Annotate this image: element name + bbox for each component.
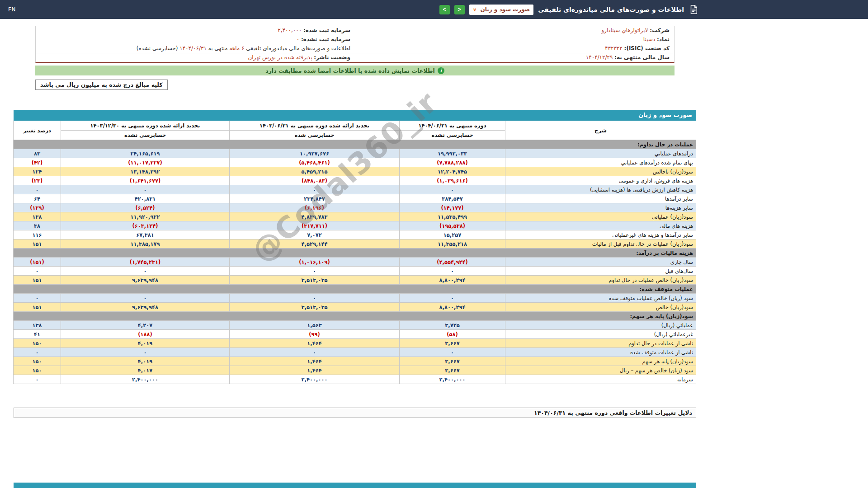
row-value: ۰ — [230, 348, 400, 357]
language-toggle[interactable]: EN — [8, 6, 16, 13]
row-value: ۸,۸۰۰,۲۹۴ — [400, 276, 505, 285]
signature-match-text: اطلاعات نمایش داده شده با اطلاعات امضا ش… — [265, 67, 435, 74]
change-reasons-bar: دلایل تغییرات اطلاعات واقعی دوره منتهی ب… — [14, 408, 696, 418]
row-value: ۳,۷۲۵ — [400, 321, 505, 330]
column-header-period-current: دوره منتهی به ۱۴۰۴/۰۶/۳۱ — [400, 121, 505, 131]
row-label: عملیاتي (ریال) — [505, 321, 696, 330]
issuer-status-value: پذیرفته شده در بورس تهران — [248, 54, 312, 61]
row-change: ۸۳ — [14, 149, 61, 158]
row-value: (۱۱,۰۱۷,۳۲۷) — [61, 158, 230, 167]
table-row: سود (زیان) خالص هر سهم – ریال۳,۶۶۷۱,۴۶۴۴… — [14, 366, 696, 375]
company-name-row: شرکت: لابراتوارهاي سينادارو — [355, 26, 674, 35]
fiscal-year-value: ۱۴۰۴/۱۲/۲۹ — [586, 54, 613, 61]
column-header-period-prior: تجدید ارائه شده دوره منتهی به ۱۴۰۳/۰۶/۳۱ — [230, 121, 400, 131]
row-change: ۱۳۸ — [14, 321, 61, 330]
company-info-table: شرکت: لابراتوارهاي سينادارو سرمایه ثبت ش… — [35, 26, 675, 63]
row-change: ۱۵۰ — [14, 366, 61, 375]
pl-table-body: عملیات در حال تداوم:درآمدهای عملیاتي۱۹,۹… — [14, 140, 696, 384]
row-value: ۱۵,۲۵۷ — [400, 230, 505, 239]
row-value: ۰ — [400, 294, 505, 303]
row-label: غیرعملیاتي (ریال) — [505, 330, 696, 339]
row-value: ۱,۴۶۴ — [230, 339, 400, 348]
table-row: سایر درآمدها۳۸۴,۵۴۷۲۳۴,۸۴۷۴۲۰,۸۳۱۶۴ — [14, 194, 696, 203]
row-change: ۱۵۱ — [14, 239, 61, 249]
company-name-label: شرکت: — [650, 27, 670, 33]
row-value: ۵,۴۵۹,۲۱۵ — [230, 167, 400, 176]
row-value: ۲,۴۰۰,۰۰۰ — [400, 375, 505, 384]
row-value: (۷,۷۸۸,۲۸۸) — [400, 158, 505, 167]
table-row: هزینه های مالی(۱۹۵,۵۳۸)(۳۱۷,۷۱۱)(۶۰۳,۱۲۴… — [14, 221, 696, 230]
row-value: (۵,۴۶۸,۴۶۱) — [230, 158, 400, 167]
table-row: ناشی از عملیات در حال تداوم۳,۶۶۷۱,۴۶۴۴,۰… — [14, 339, 696, 348]
row-change: ۱۵۰ — [14, 357, 61, 366]
company-name-value: لابراتوارهاي سينادارو — [601, 27, 648, 33]
row-label: سود(زیان) خالص عملیات در حال تداوم — [505, 276, 696, 285]
section-label: هزینه مالیات بر درآمد: — [14, 249, 696, 258]
footer-teal-bar — [14, 483, 696, 488]
row-label: ناشی از عملیات در حال تداوم — [505, 339, 696, 348]
table-row: هزینه های فروش، اداری و عمومی(۱,۰۳۹,۶۱۶)… — [14, 176, 696, 185]
row-change: ۱۵۱ — [14, 303, 61, 312]
table-row: سود(زیان) پایه هر سهم۳,۶۶۷۱,۴۶۴۴,۰۱۹۱۵۰ — [14, 357, 696, 366]
column-subheader-audit-3: حسابرسی نشده — [61, 131, 230, 140]
row-change: ۱۱۶ — [14, 230, 61, 239]
column-header-change: درصد تغییر — [14, 121, 61, 140]
row-value: ۰ — [61, 294, 230, 303]
period-length: ۶ ماهه — [229, 45, 244, 52]
row-label: سود(زیان) عملیات در حال تداوم قبل از مال… — [505, 239, 696, 249]
pl-table: شرح دوره منتهی به ۱۴۰۴/۰۶/۳۱ تجدید ارائه… — [13, 121, 696, 384]
table-row: عملیاتي (ریال)۳,۷۲۵۱,۵۶۳۴,۲۰۷۱۳۸ — [14, 321, 696, 330]
row-value: ۰ — [230, 185, 400, 194]
financial-report-icon — [689, 5, 698, 14]
row-label: سایر درآمدها و هزینه های غیرعملیاتی — [505, 230, 696, 239]
row-value: (۹۹) — [230, 330, 400, 339]
row-value: (۱۸۸) — [61, 330, 230, 339]
isic-row: کد صنعت (ISIC): ۴۳۲۳۲۲ — [355, 44, 674, 53]
row-value: ۹,۶۳۹,۹۴۸ — [61, 303, 230, 312]
signature-match-bar: i اطلاعات نمایش داده شده با اطلاعات امضا… — [35, 66, 675, 75]
row-label: سرمایه — [505, 375, 696, 384]
row-value: (۶,۱۹۶) — [230, 203, 400, 212]
table-row: سال جاری(۲,۵۵۴,۹۲۴)(۱,۰۱۶,۱۰۹)(۱,۷۴۵,۲۳۱… — [14, 258, 696, 267]
unregistered-capital-row: سرمایه ثبت نشده: ۰ — [36, 35, 355, 44]
row-change: ۱۳۸ — [14, 212, 61, 221]
table-row: سود(زیان) خالص۸,۸۰۰,۲۹۴۳,۵۱۳,۰۳۵۹,۶۳۹,۹۴… — [14, 303, 696, 312]
table-row: سود(زیان) خالص عملیات در حال تداوم۸,۸۰۰,… — [14, 276, 696, 285]
top-navbar: اطلاعات و صورت‌های مالی میاندوره‌ای تلفی… — [0, 0, 868, 19]
pl-table-section: صورت سود و زیان شرح دوره منتهی به ۱۴۰۴/۰… — [14, 110, 696, 384]
row-change: (۱۲۹) — [14, 203, 61, 212]
statement-type-dropdown[interactable]: صورت سود و زیان ∨ — [469, 5, 534, 15]
fiscal-year-row: سال مالی منتهی به: ۱۴۰۴/۱۲/۲۹ — [355, 53, 674, 62]
row-value: ۴,۸۳۹,۷۸۳ — [230, 212, 400, 221]
fiscal-year-label: سال مالی منتهی به: — [614, 54, 670, 61]
row-change: ۰ — [14, 375, 61, 384]
row-value: (۸۴۸,۰۸۳) — [230, 176, 400, 185]
row-value: ۲,۴۰۰,۰۰۰ — [61, 375, 230, 384]
row-value: ۰ — [61, 348, 230, 357]
section-row: هزینه مالیات بر درآمد: — [14, 249, 696, 258]
row-label: هزینه های فروش، اداری و عمومی — [505, 176, 696, 185]
section-row: عملیات متوقف شده: — [14, 285, 696, 294]
row-change: ۱۵۱ — [14, 276, 61, 285]
row-value: ۴۲۰,۸۳۱ — [61, 194, 230, 203]
row-value: ۲۴,۱۶۵,۶۱۹ — [61, 149, 230, 158]
row-change: (۴۲) — [14, 158, 61, 167]
row-value: ۱۳,۱۴۸,۲۹۲ — [61, 167, 230, 176]
row-label: هزینه کاهش ارزش دریافتنی ها (هزینه استثن… — [505, 185, 696, 194]
page-content: شرکت: لابراتوارهاي سينادارو سرمایه ثبت ش… — [14, 26, 696, 418]
row-value: ۱۱,۵۳۵,۴۹۹ — [400, 212, 505, 221]
unit-note-box: کلیه مبالغ درج شده به میلیون ریال می باش… — [35, 80, 168, 90]
nav-forward-button[interactable]: > — [439, 5, 450, 14]
column-header-desc: شرح — [505, 121, 696, 140]
table-row: غیرعملیاتي (ریال)(۵۸)(۹۹)(۱۸۸)۴۱ — [14, 330, 696, 339]
unregistered-capital-label: سرمایه ثبت نشده: — [301, 36, 350, 42]
row-label: سود (زیان) خالص هر سهم – ریال — [505, 366, 696, 375]
row-change: ۱۵۰ — [14, 339, 61, 348]
row-value: (۱,۰۱۶,۱۰۹) — [230, 258, 400, 267]
row-value: ۳,۶۶۷ — [400, 339, 505, 348]
row-label: درآمدهای عملیاتي — [505, 149, 696, 158]
row-value: ۱۰,۹۲۷,۶۷۶ — [230, 149, 400, 158]
page-title: اطلاعات و صورت‌های مالی میاندوره‌ای تلفی… — [538, 6, 684, 13]
row-value: ۰ — [61, 185, 230, 194]
nav-back-button[interactable]: < — [454, 5, 465, 14]
